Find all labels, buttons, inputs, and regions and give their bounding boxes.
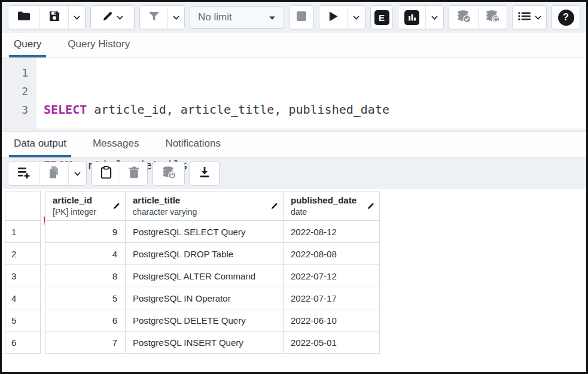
sql-editor[interactable]: 1 2 3 SELECT article_id, article_title, … [2,58,586,129]
execute-button[interactable] [319,6,347,29]
file-button-group [8,5,86,29]
tab-notifications[interactable]: Notifications [160,132,226,157]
tab-data-output[interactable]: Data output [9,132,71,157]
edit-column-icon[interactable] [367,202,374,210]
line-number: 2 [2,82,28,101]
trash-icon [129,166,139,181]
chevron-down-icon [431,12,438,23]
line-number: 3 [2,101,28,119]
article-id-cell[interactable]: 5 [45,287,126,309]
copy-icon [48,166,60,181]
edit-button[interactable] [91,6,134,29]
published-date-cell[interactable]: 2022-07-12 [284,265,380,287]
line-number-gutter: 1 2 3 [2,58,36,129]
dropdown-caret-icon [269,11,276,23]
table-row: 6 7 PostgreSQL INSERT Query 2022-05-01 [5,332,586,354]
row-limit-select[interactable]: No limit [190,6,284,29]
execute-options-button[interactable] [347,6,365,29]
column-header-published-date[interactable]: published_date date [284,191,380,221]
filter-options-button[interactable] [167,6,184,29]
article-id-cell[interactable]: 6 [45,309,126,332]
edit-column-icon[interactable] [270,202,278,210]
column-name: article_id [53,194,96,206]
row-number-cell[interactable]: 2 [5,243,41,265]
published-date-cell[interactable]: 2022-06-10 [284,309,380,332]
published-date-cell[interactable]: 2022-05-01 [284,332,380,354]
transaction-button-group [449,5,507,29]
help-icon: ? [558,10,574,26]
filter-icon [148,11,160,24]
explain-icon: E [374,10,389,25]
article-title-cell[interactable]: PostgreSQL DROP Table [126,243,284,265]
database-lock-icon [162,166,176,182]
chevron-down-icon [535,12,541,23]
copy-options-button[interactable] [68,162,86,185]
article-title-cell[interactable]: PostgreSQL IN Operator [126,287,284,309]
rollback-button[interactable] [478,6,507,29]
explain-analyze-icon [404,10,419,25]
row-number-cell[interactable]: 4 [5,287,41,309]
tab-messages[interactable]: Messages [88,132,144,157]
help-button[interactable]: ? [552,6,580,29]
article-id-cell[interactable]: 8 [45,265,126,287]
open-file-button[interactable] [8,6,39,29]
edit-column-icon[interactable] [112,202,120,210]
macros-button-group [512,5,547,29]
pencil-icon [102,11,113,25]
column-type: date [291,206,357,217]
explain-analyze-button[interactable] [398,6,425,29]
macros-button[interactable] [513,6,546,29]
save-options-button[interactable] [68,6,85,29]
table-row: 3 8 PostgreSQL ALTER Command 2022-07-12 [5,265,586,287]
column-name: published_date [291,194,357,206]
sql-line-1: SELECT article_id, article_title, publis… [44,101,586,119]
filter-button[interactable] [140,6,167,29]
stop-button[interactable] [290,6,313,29]
line-number: 1 [2,63,28,82]
row-number-cell[interactable]: 3 [5,265,41,287]
delete-row-button[interactable] [120,162,147,185]
published-date-cell[interactable]: 2022-08-08 [284,243,380,265]
article-title-cell[interactable]: PostgreSQL ALTER Command [126,265,284,287]
execute-button-group [319,5,365,29]
sql-code[interactable]: SELECT article_id, article_title, publis… [36,58,586,129]
chevron-down-icon [353,12,359,23]
query-toolbar: No limit [2,2,586,33]
row-limit-value: No limit [198,11,232,23]
rollback-database-undo-icon [485,10,500,26]
row-number-cell[interactable]: 1 [5,221,41,243]
article-id-cell[interactable]: 4 [45,243,126,265]
published-date-cell[interactable]: 2022-07-17 [284,287,380,309]
save-data-changes-button[interactable] [153,162,184,185]
tab-query[interactable]: Query [9,33,46,57]
published-date-cell[interactable]: 2022-08-12 [284,221,380,243]
macro-list-icon [518,11,531,23]
download-csv-button[interactable] [190,162,219,185]
query-tabbar: Query Query History [2,33,586,58]
article-title-cell[interactable]: PostgreSQL INSERT Query [126,332,284,354]
column-header-article-id[interactable]: article_id [PK] integer [45,191,126,221]
paste-button[interactable] [92,162,120,185]
row-number-cell[interactable]: 5 [5,309,41,332]
explain-button-group: E [370,5,393,29]
commit-button[interactable] [449,6,478,29]
article-id-cell[interactable]: 9 [45,221,126,243]
column-header-article-title[interactable]: article_title character varying [126,191,284,221]
column-type: [PK] integer [53,206,96,217]
row-number-cell[interactable]: 6 [5,332,41,354]
article-title-cell[interactable]: PostgreSQL SELECT Query [126,221,284,243]
add-row-button[interactable] [8,162,39,185]
save-file-button[interactable] [39,6,68,29]
save-data-button-group [153,162,185,186]
play-icon [328,11,339,25]
explain-button[interactable]: E [371,6,392,29]
article-title-cell[interactable]: PostgreSQL DELETE Query [126,309,284,332]
grid-gap [41,191,45,221]
article-id-cell[interactable]: 7 [45,332,126,354]
grid-corner-cell[interactable] [5,191,41,221]
stop-button-group [289,5,314,29]
copy-button[interactable] [39,162,68,185]
tab-query-history[interactable]: Query History [63,33,135,57]
download-button-group [190,162,220,186]
explain-options-button[interactable] [425,6,443,29]
